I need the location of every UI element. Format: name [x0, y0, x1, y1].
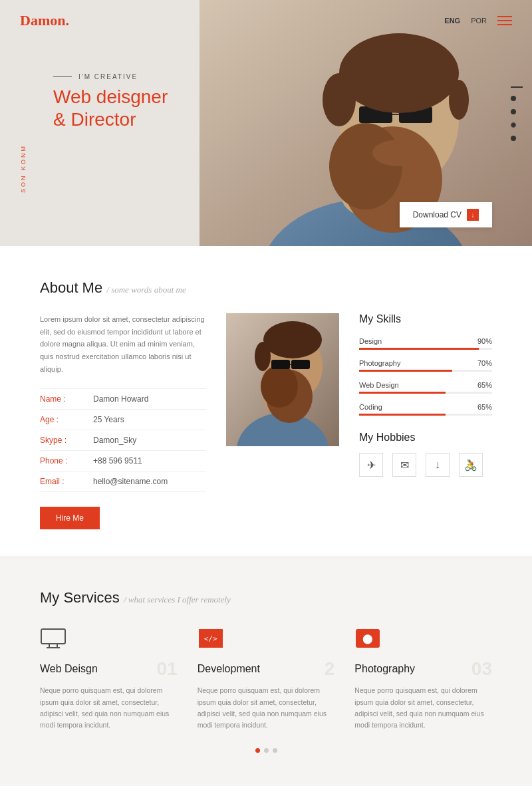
about-left-col: Lorem ipsum dolor sit amet, consectetur …: [40, 313, 206, 529]
field-email-value: hello@sitename.com: [93, 477, 168, 486]
service-development-num: 2: [325, 658, 335, 680]
camera-icon: ⬤: [356, 629, 380, 648]
about-section: About Me / some words about me Lorem ips…: [0, 246, 532, 556]
monitor-icon: [40, 628, 66, 649]
side-nav-dot1[interactable]: [511, 96, 516, 101]
service-development-icon-wrap: </>: [198, 626, 224, 650]
skill-photography-header: Photography 70%: [359, 359, 492, 367]
skill-coding-pct: 65%: [477, 403, 492, 411]
service-development: </> Development 2 Neque porro quisquam e…: [198, 626, 335, 731]
service-photography-icon-wrap: ⬤: [354, 626, 381, 650]
services-dot2[interactable]: [264, 748, 269, 753]
lang-eng[interactable]: ENG: [444, 17, 460, 25]
services-dot1[interactable]: [255, 748, 260, 753]
field-age-value: 25 Years: [93, 415, 124, 424]
hamburger-line2: [497, 20, 512, 21]
header: Damon. ENG POR: [0, 0, 532, 41]
skill-coding: Coding 65%: [359, 403, 492, 416]
field-skype-label: Skype :: [40, 436, 93, 445]
service-development-name: Development: [198, 663, 260, 675]
hobby-download: ↓: [426, 453, 450, 477]
service-webdesign: Web Deisgn 01 Neque porro quisquam est, …: [40, 626, 178, 731]
download-icon: ↓: [467, 209, 479, 221]
download-cv-label: Download CV: [413, 210, 462, 219]
skill-design-bar-bg: [359, 348, 492, 350]
svg-point-12: [449, 80, 469, 120]
field-age: Age : 25 Years: [40, 410, 206, 430]
skill-photography-pct: 70%: [477, 359, 492, 367]
field-name: Name : Damon Howard: [40, 389, 206, 410]
services-carousel-dots: [40, 748, 492, 753]
field-email-label: Email :: [40, 477, 93, 486]
service-photography-text: Neque porro quisquam est, qui dolorem ip…: [354, 685, 492, 731]
side-nav-line[interactable]: [511, 86, 523, 88]
field-age-label: Age :: [40, 415, 93, 424]
side-nav-dot4[interactable]: [511, 136, 516, 141]
hobbies-title: My Hobbies: [359, 432, 492, 444]
services-dot3[interactable]: [273, 748, 277, 753]
hero-title: Web deisgner & Director: [53, 86, 168, 130]
hamburger-line3: [497, 24, 512, 25]
skill-photography-name: Photography: [359, 359, 400, 367]
svg-point-22: [263, 321, 322, 358]
skill-webdesign-header: Web Design 65%: [359, 381, 492, 389]
field-skype-value: Damon_Sky: [93, 436, 136, 445]
service-webdesign-num: 01: [157, 658, 178, 680]
skill-photography: Photography 70%: [359, 359, 492, 372]
svg-point-23: [255, 342, 271, 371]
skill-design: Design 90%: [359, 337, 492, 350]
service-webdesign-title-row: Web Deisgn 01: [40, 658, 178, 680]
side-nav-dot2[interactable]: [511, 109, 516, 114]
hobby-bike: 🚴: [459, 453, 483, 477]
skill-webdesign-name: Web Design: [359, 381, 399, 389]
about-subtitle: / some words about me: [106, 285, 186, 295]
skill-webdesign-bar-fill: [359, 392, 446, 394]
skill-photography-bar-bg: [359, 370, 492, 372]
skill-design-header: Design 90%: [359, 337, 492, 345]
skills-title: My Skills: [359, 313, 492, 325]
skill-design-pct: 90%: [477, 337, 492, 345]
hire-me-button[interactable]: Hire Me: [40, 507, 100, 529]
lang-por[interactable]: POR: [471, 17, 487, 25]
about-photo: [226, 313, 339, 446]
side-nav-dot3[interactable]: [511, 122, 516, 128]
skill-photography-bar-fill: [359, 370, 452, 372]
services-section-title: My Services / what services I offer remo…: [40, 589, 492, 606]
skill-coding-name: Coding: [359, 403, 382, 411]
field-name-label: Name :: [40, 394, 93, 404]
download-cv-button[interactable]: Download CV ↓: [400, 202, 492, 227]
hobby-mail: ✉: [392, 453, 416, 477]
nav-right: ENG POR: [444, 16, 512, 25]
skill-webdesign-bar-bg: [359, 392, 492, 394]
hero-title-line2: & Director: [53, 108, 168, 131]
service-photography-name: Photography: [354, 663, 415, 675]
about-section-title: About Me / some words about me: [40, 279, 492, 297]
hero-content: I'M CREATIVE Web deisgner & Director: [53, 73, 168, 130]
hero-vertical-text: SON KONM: [20, 144, 27, 193]
about-right-col: My Skills Design 90% Photography 70%: [359, 313, 492, 529]
service-photography: ⬤ Photography 03 Neque porro quisquam es…: [354, 626, 492, 731]
svg-point-10: [339, 33, 459, 113]
hero-subtitle: I'M CREATIVE: [78, 73, 138, 80]
service-photography-title-row: Photography 03: [354, 658, 492, 680]
svg-point-11: [323, 73, 356, 126]
resume-section: My Resume / education & experience Educa…: [0, 786, 532, 798]
logo: Damon.: [20, 12, 69, 29]
skill-webdesign: Web Design 65%: [359, 381, 492, 394]
service-webdesign-icon-wrap: [40, 626, 66, 650]
skill-coding-header: Coding 65%: [359, 403, 492, 411]
code-icon: </>: [199, 629, 223, 648]
skill-design-name: Design: [359, 337, 382, 345]
hero-tag-line: I'M CREATIVE: [53, 73, 168, 80]
field-phone-value: +88 596 9511: [93, 456, 142, 466]
hobbies-icons: ✈ ✉ ↓ 🚴: [359, 453, 492, 477]
skill-design-bar-fill: [359, 348, 479, 350]
service-webdesign-name: Web Deisgn: [40, 663, 98, 675]
field-email: Email : hello@sitename.com: [40, 471, 206, 492]
skill-webdesign-pct: 65%: [477, 381, 492, 389]
field-phone: Phone : +88 596 9511: [40, 451, 206, 471]
skill-coding-bar-fill: [359, 414, 446, 416]
svg-rect-24: [41, 629, 65, 644]
field-phone-label: Phone :: [40, 456, 93, 466]
hamburger-menu[interactable]: [497, 16, 512, 25]
